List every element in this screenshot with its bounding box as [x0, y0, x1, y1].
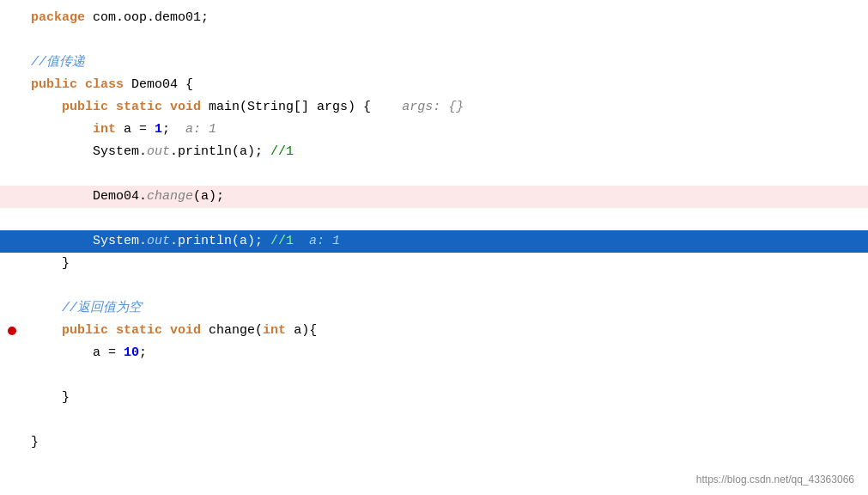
line-content-6: int a = 1; a: 1 — [24, 119, 868, 140]
breakpoint-dot — [8, 327, 16, 335]
line-content-4: public class Demo04 { — [24, 75, 868, 95]
line-content-2 — [24, 30, 868, 51]
line-8 — [0, 163, 868, 186]
line-content-1: package com.oop.demo01; — [24, 8, 868, 28]
line-content-3: //值传递 — [24, 52, 868, 73]
line-content-7: System.out.println(a); //1 — [24, 142, 868, 162]
code-editor: package com.oop.demo01; //值传递 public cla… — [0, 0, 868, 495]
line-17 — [0, 364, 868, 387]
line-content-15: public static void change(int a){ — [24, 321, 868, 341]
line-5: public static void main(String[] args) {… — [0, 96, 868, 119]
line-20: } — [0, 431, 868, 454]
line-content-20: } — [24, 432, 868, 453]
line-4: public class Demo04 { — [0, 74, 868, 96]
line-3: //值传递 — [0, 52, 868, 74]
line-content-10 — [24, 209, 868, 229]
line-15: public static void change(int a){ — [0, 320, 868, 342]
line-6: int a = 1; a: 1 — [0, 119, 868, 141]
line-content-9: Demo04.change(a); — [24, 186, 868, 207]
line-2 — [0, 29, 868, 52]
line-14: //返回值为空 — [0, 297, 868, 320]
csdn-url: https://blog.csdn.net/qq_43363066 — [696, 472, 854, 488]
line-content-13 — [24, 276, 868, 296]
line-content-14: //返回值为空 — [24, 298, 868, 319]
line-content-8 — [24, 164, 868, 185]
line-7: System.out.println(a); //1 — [0, 141, 868, 163]
line-content-17 — [24, 365, 868, 386]
line-9: Demo04.change(a); — [0, 186, 868, 208]
line-19 — [0, 409, 868, 431]
line-content-11: System.out.println(a); //1 a: 1 — [24, 231, 868, 252]
line-11: System.out.println(a); //1 a: 1 — [0, 230, 868, 253]
line-content-18: } — [24, 388, 868, 408]
line-1: package com.oop.demo01; — [0, 7, 868, 29]
line-content-12: } — [24, 254, 868, 274]
line-16: a = 10; — [0, 342, 868, 364]
line-number-15 — [0, 327, 24, 335]
line-12: } — [0, 253, 868, 275]
line-content-5: public static void main(String[] args) {… — [24, 97, 868, 118]
line-content-19 — [24, 410, 868, 431]
line-10 — [0, 208, 868, 230]
line-18: } — [0, 387, 868, 409]
line-13 — [0, 275, 868, 297]
line-content-16: a = 10; — [24, 343, 868, 364]
